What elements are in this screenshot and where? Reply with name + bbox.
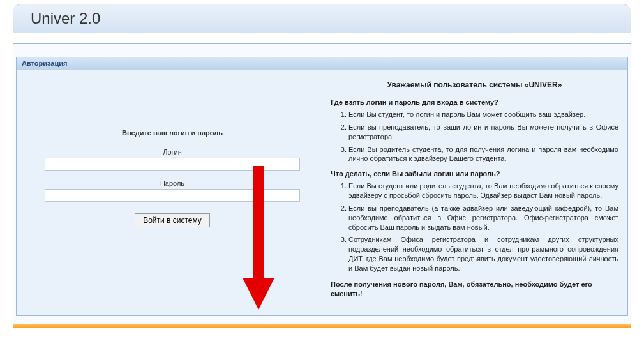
list-item: Если вы преподаватель (а также эдвайзер … [348,204,618,232]
info-heading: Уважаемый пользователь системы «UNIVER» [331,80,618,89]
login-form: Введите ваш логин и пароль Логин Пароль … [26,78,319,299]
password-input[interactable] [45,189,300,202]
list-item: Сотрудникам Офиса регистратора и сотрудн… [348,235,618,273]
info-q2-list: Если Вы студент или родитель студента, т… [331,181,618,273]
login-label: Логин [26,148,319,156]
info-q1-list: Если Вы студент, то логин и пароль Вам м… [331,110,618,163]
info-section: Уважаемый пользователь системы «UNIVER» … [331,78,618,299]
login-input[interactable] [45,158,300,170]
app-title: Univer 2.0 [31,10,100,27]
password-label: Пароль [26,179,319,187]
list-item: Если Вы студент или родитель студента, т… [348,181,618,201]
submit-button[interactable]: Войти в систему [135,213,210,227]
spacer [13,44,631,57]
header-bar: Univer 2.0 [13,4,631,33]
panel-body: Введите ваш логин и пароль Логин Пароль … [17,70,627,315]
info-q1: Где взять логин и пароль для входа в сис… [331,98,618,106]
info-footer: После получения нового пароля, Вам, обяз… [331,280,618,299]
form-title: Введите ваш логин и пароль [26,129,319,137]
list-item: Если вы преподаватель, то ваши логин и п… [348,123,618,142]
footer-bar [13,324,631,328]
list-item: Если Вы студент, то логин и пароль Вам м… [348,110,618,119]
list-item: Если Вы родитель студента, то для получе… [348,145,618,164]
main-container: Авторизация Введите ваш логин и пароль Л… [13,43,631,324]
auth-panel: Авторизация Введите ваш логин и пароль Л… [16,57,628,316]
panel-title: Авторизация [17,57,627,70]
info-q2: Что делать, если Вы забыли логин или пар… [331,170,618,178]
